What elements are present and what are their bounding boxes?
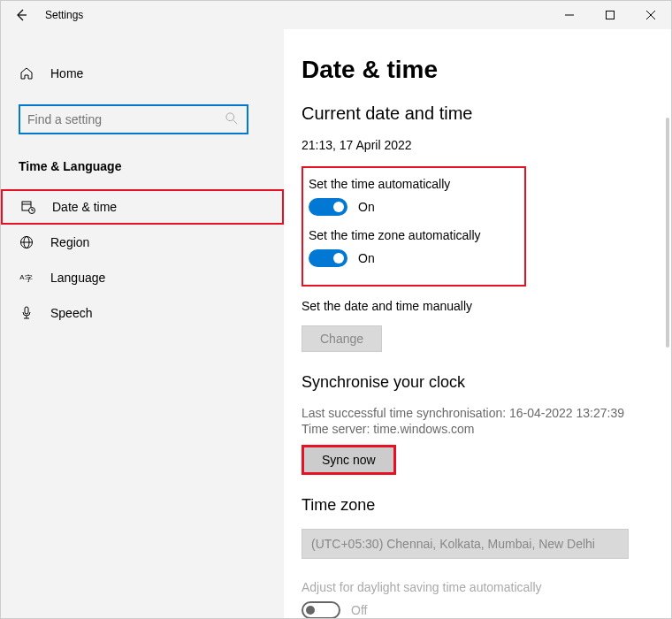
titlebar: Settings xyxy=(1,1,671,29)
nav-speech[interactable]: Speech xyxy=(1,295,284,331)
nav-date-time[interactable]: Date & time xyxy=(1,189,284,225)
nav-home-label: Home xyxy=(50,66,83,80)
nav-language-label: Language xyxy=(50,271,105,285)
microphone-icon xyxy=(19,305,34,321)
search-input[interactable] xyxy=(27,112,225,126)
dst-state: Off xyxy=(351,603,367,617)
scrollbar[interactable] xyxy=(666,118,669,348)
svg-point-4 xyxy=(226,113,234,121)
sidebar: Home Time & Language Date & time Region … xyxy=(1,29,284,618)
close-button[interactable] xyxy=(630,1,671,29)
auto-time-toggle[interactable] xyxy=(309,198,347,216)
section-current-heading: Current date and time xyxy=(302,103,653,124)
nav-speech-label: Speech xyxy=(50,306,92,320)
nav-home[interactable]: Home xyxy=(1,56,284,91)
window-title: Settings xyxy=(42,9,83,21)
page-heading: Date & time xyxy=(302,56,653,84)
auto-tz-label: Set the time zone automatically xyxy=(309,228,514,242)
dst-label: Adjust for daylight saving time automati… xyxy=(302,580,653,594)
nav-region-label: Region xyxy=(50,235,89,249)
dst-toggle xyxy=(302,601,340,618)
search-icon xyxy=(225,112,240,126)
timezone-value: (UTC+05:30) Chennai, Kolkata, Mumbai, Ne… xyxy=(311,537,595,551)
highlight-box: Set the time automatically On Set the ti… xyxy=(302,166,526,287)
svg-text:A: A xyxy=(19,273,25,281)
tz-heading: Time zone xyxy=(302,496,653,515)
change-button: Change xyxy=(302,325,382,352)
calendar-clock-icon xyxy=(20,199,36,215)
timezone-dropdown: (UTC+05:30) Chennai, Kolkata, Mumbai, Ne… xyxy=(302,529,629,559)
auto-time-state: On xyxy=(358,200,375,214)
svg-rect-1 xyxy=(607,11,615,19)
current-datetime: 21:13, 17 April 2022 xyxy=(302,138,653,152)
minimize-button[interactable] xyxy=(549,1,590,29)
sync-heading: Synchronise your clock xyxy=(302,373,653,392)
home-icon xyxy=(19,65,34,81)
language-icon: A字 xyxy=(19,270,34,286)
nav-region[interactable]: Region xyxy=(1,225,284,260)
sync-server-text: Time server: time.windows.com xyxy=(302,422,653,436)
nav-language[interactable]: A字 Language xyxy=(1,260,284,295)
svg-rect-16 xyxy=(25,307,28,314)
svg-line-5 xyxy=(233,120,237,124)
auto-tz-toggle[interactable] xyxy=(309,249,347,267)
auto-time-label: Set the time automatically xyxy=(309,177,514,191)
category-header: Time & Language xyxy=(1,152,284,189)
maximize-button[interactable] xyxy=(590,1,630,29)
globe-icon xyxy=(19,234,34,250)
sync-now-button[interactable]: Sync now xyxy=(302,445,396,475)
window-controls xyxy=(549,1,671,29)
search-input-container[interactable] xyxy=(19,104,248,134)
nav-date-time-label: Date & time xyxy=(52,200,117,214)
svg-text:字: 字 xyxy=(25,274,33,283)
content-area: Date & time Current date and time 21:13,… xyxy=(284,29,671,618)
auto-tz-state: On xyxy=(358,251,375,265)
manual-label: Set the date and time manually xyxy=(302,299,653,313)
sync-last-text: Last successful time synchronisation: 16… xyxy=(302,406,653,420)
back-button[interactable] xyxy=(1,1,42,29)
